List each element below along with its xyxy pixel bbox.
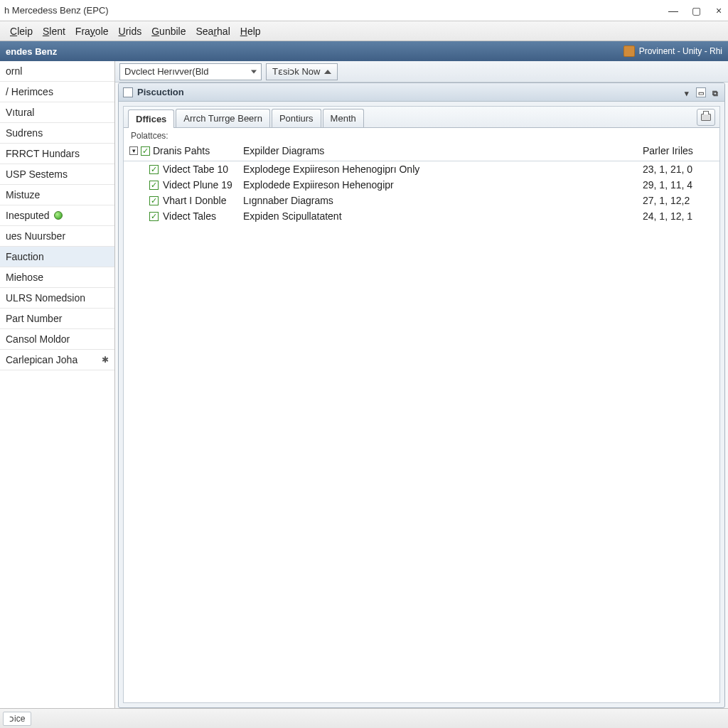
sidebar-item-label: / Herimces (6, 86, 53, 97)
perspective-label: Provinent - Unity - Rhi (639, 46, 722, 56)
toolbar: Dvclect Herıvver(Bld Tɛsiɔk Now (115, 61, 728, 82)
menu-item-4[interactable]: Gunbile (151, 26, 186, 37)
sidebar-item-label: Vıtural (6, 107, 34, 118)
minimize-icon[interactable]: — (668, 6, 678, 16)
row-num: 27, 1, 12,2 (643, 195, 714, 206)
close-icon[interactable]: × (714, 6, 724, 16)
sidebar-item-label: ULRS Nomedsion (6, 292, 85, 304)
row-tree-label: Vhart I Donble (163, 195, 227, 206)
menu-item-5[interactable]: Searhal (196, 26, 230, 37)
row-desc: Lıgnnaber Diagrams (243, 195, 643, 206)
printer-icon (701, 114, 711, 121)
row-num: 23, 1, 21, 0 (643, 164, 714, 175)
sidebar-item-11[interactable]: ULRS Nomedsion (0, 288, 114, 309)
sidebar-item-10[interactable]: Miehose (0, 267, 114, 288)
row-num: 24, 1, 12, 1 (643, 210, 714, 222)
sidebar-item-label: ornl (6, 65, 22, 77)
header-strip-right: Provinent - Unity - Rhi (623, 46, 722, 57)
chevron-up-icon (324, 68, 331, 75)
panel-title: Piscuction (137, 87, 184, 97)
main-panel: Piscuction ▾ ▭ ⧉ DfficesArrch Turrge Bee… (118, 82, 725, 708)
gear-icon[interactable]: ✱ (102, 355, 109, 365)
panel-restore-icon[interactable]: ⧉ (710, 87, 720, 97)
window-controls: — ▢ × (668, 6, 724, 16)
sidebar-item-9[interactable]: Fauction (0, 247, 114, 267)
tree-collapse-icon[interactable]: ▾ (129, 146, 138, 155)
tab-1[interactable]: Arrch Turrge Beern (176, 109, 270, 127)
status-bar: ɔice (0, 708, 728, 728)
row-checkbox[interactable]: ✓ (149, 165, 159, 174)
main-area: Dvclect Herıvver(Bld Tɛsiɔk Now Piscucti… (115, 61, 728, 708)
sidebar-item-4[interactable]: FRRCT Hundars (0, 144, 114, 164)
panel-menu-chevron-icon[interactable]: ▾ (682, 87, 692, 97)
status-segment[interactable]: ɔice (3, 712, 31, 726)
tab-2[interactable]: Pontiurs (272, 109, 321, 127)
sidebar-item-label: Carlepican Joha (6, 354, 77, 365)
panel-header: Piscuction ▾ ▭ ⧉ (119, 83, 724, 102)
sidebar-item-label: Inesputed (6, 210, 50, 221)
row-num: 29, 1, 11, 4 (643, 179, 714, 191)
sidebar-item-2[interactable]: Vıtural (0, 102, 114, 123)
tabs-row: DfficesArrch Turrge BeernPontiursMenth (124, 107, 719, 128)
column-headers: ▾ ✓ Dranis Pahts Expilder Diagrams Parle… (124, 142, 719, 161)
sidebar-item-0[interactable]: ornl (0, 61, 114, 82)
menu-item-0[interactable]: Cleip (10, 26, 33, 37)
sidebar-item-5[interactable]: USP Sestems (0, 164, 114, 185)
cell-tree: ✓Videct Plune 19 (129, 179, 243, 191)
sidebar-item-7[interactable]: Inesputed (0, 205, 114, 226)
tab-0[interactable]: Dffices (128, 109, 174, 128)
col-header-tree[interactable]: ▾ ✓ Dranis Pahts (129, 145, 243, 156)
menu-item-2[interactable]: Frayole (75, 26, 109, 37)
title-bar: h Mercedess Benz (EPC) — ▢ × (0, 0, 728, 21)
cell-tree: ✓Videct Tabe 10 (129, 164, 243, 175)
sidebar-item-14[interactable]: Carlepican Joha✱ (0, 350, 114, 370)
menu-item-1[interactable]: Slent (43, 26, 65, 37)
row-tree-label: Videct Plune 19 (163, 179, 232, 191)
header-strip-left: endes Benz (6, 46, 57, 57)
sidebar-item-label: Mistuze (6, 189, 40, 200)
perspective-icon[interactable] (623, 46, 635, 57)
col-header-tree-label: Dranis Pahts (153, 145, 210, 156)
sidebar-item-label: Cansol Moldor (6, 333, 70, 345)
table-row[interactable]: ✓Videct Plune 19Explodede Expiireson Heh… (124, 177, 719, 193)
cell-tree: ✓Videct Tales (129, 210, 243, 222)
header-checkbox[interactable]: ✓ (141, 146, 150, 156)
table-row[interactable]: ✓Vhart I DonbleLıgnnaber Diagrams27, 1, … (124, 193, 719, 208)
row-tree-label: Videct Tales (163, 210, 216, 222)
row-desc: Expiden Scipullatatent (243, 210, 643, 222)
table-row[interactable]: ✓Videct TalesExpiden Scipullatatent24, 1… (124, 208, 719, 224)
menu-item-3[interactable]: Urids (119, 26, 142, 37)
sidebar-item-label: Sudrens (6, 127, 43, 139)
task-button[interactable]: Tɛsiɔk Now (266, 63, 338, 80)
col-header-desc[interactable]: Expilder Diagrams (243, 145, 643, 156)
sidebar-item-label: Fauction (6, 251, 44, 262)
panel-body: DfficesArrch Turrge BeernPontiursMenth P… (123, 106, 720, 703)
print-button[interactable] (697, 109, 715, 126)
col-header-num[interactable]: Parler Iriles (643, 145, 714, 156)
sidebar-item-13[interactable]: Cansol Moldor (0, 329, 114, 350)
menu-bar: CleipSlentFrayoleUridsGunbileSearhalHelp (0, 21, 728, 41)
table-subtitle: Polattces: (124, 128, 719, 142)
panel-minimize-icon[interactable]: ▭ (696, 87, 706, 97)
cell-tree: ✓Vhart I Donble (129, 195, 243, 206)
sidebar-item-label: FRRCT Hundars (6, 148, 80, 159)
header-strip: endes Benz Provinent - Unity - Rhi (0, 41, 728, 61)
sidebar-item-1[interactable]: / Herimces (0, 82, 114, 102)
row-checkbox[interactable]: ✓ (149, 212, 159, 221)
tab-3[interactable]: Menth (323, 109, 364, 127)
row-desc: Explodede Expiireson Hehenogipr (243, 179, 643, 191)
sidebar-item-3[interactable]: Sudrens (0, 123, 114, 144)
sidebar-item-label: ues Nuursber (6, 230, 65, 242)
context-dropdown[interactable]: Dvclect Herıvver(Bld (119, 63, 262, 80)
row-checkbox[interactable]: ✓ (149, 181, 159, 190)
sidebar-item-8[interactable]: ues Nuursber (0, 226, 114, 247)
table-row[interactable]: ✓Videct Tabe 10Explodege Expiireson Hehe… (124, 161, 719, 177)
sidebar-item-12[interactable]: Part Number (0, 309, 114, 329)
task-button-label: Tɛsiɔk Now (272, 66, 320, 77)
sidebar-item-6[interactable]: Mistuze (0, 185, 114, 205)
sidebar-item-label: Part Number (6, 313, 62, 324)
row-checkbox[interactable]: ✓ (149, 196, 159, 205)
menu-item-6[interactable]: Help (240, 26, 261, 37)
maximize-icon[interactable]: ▢ (691, 6, 701, 16)
sidebar-item-label: USP Sestems (6, 168, 68, 180)
